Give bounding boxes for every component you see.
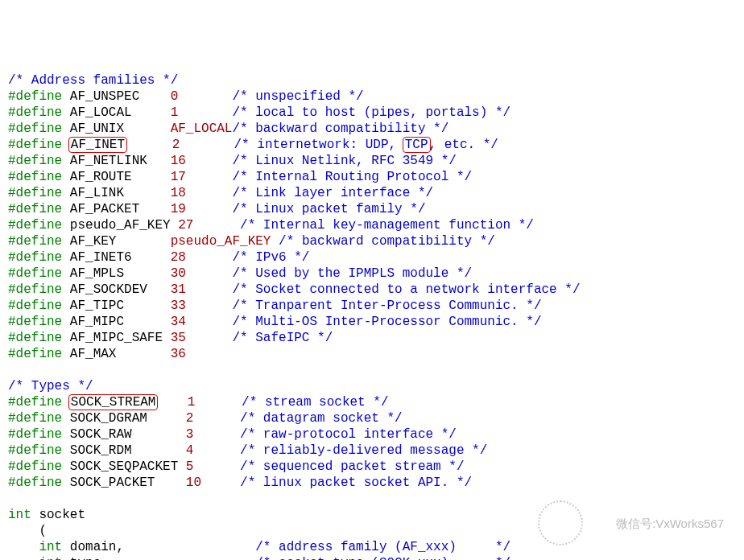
- code-block: /* Address families */ #define AF_UNSPEC…: [8, 72, 736, 560]
